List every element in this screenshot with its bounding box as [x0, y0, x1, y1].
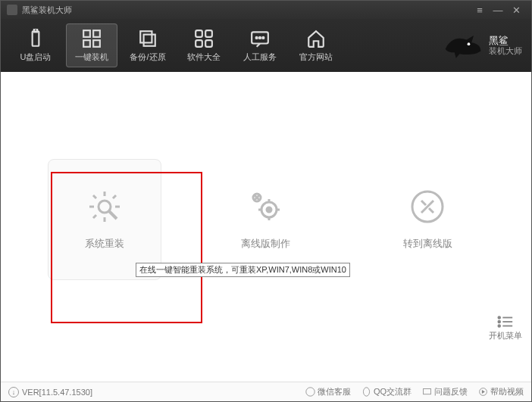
start-menu-label: 开机菜单	[489, 330, 522, 341]
tab-usb-boot[interactable]: U盘启动	[10, 23, 61, 67]
footer-label: 问题反馈	[434, 386, 468, 397]
gear-wrench-icon	[86, 189, 123, 225]
brand-line2: 装机大师	[489, 46, 522, 56]
svg-rect-8	[196, 30, 202, 37]
home-icon	[306, 29, 326, 48]
app-icon	[7, 5, 17, 15]
tab-website[interactable]: 官方网站	[290, 23, 342, 67]
chat-icon	[250, 29, 270, 48]
tab-label: U盘启动	[20, 51, 52, 63]
gear-offline-icon	[248, 189, 284, 225]
tab-support[interactable]: 人工服务	[234, 23, 286, 67]
footer-qq[interactable]: QQ交流群	[361, 386, 412, 397]
svg-rect-9	[205, 30, 212, 37]
titlebar: 黑鲨装机大师 ≡ — ✕	[1, 1, 531, 19]
footer-wechat[interactable]: 微信客服	[305, 386, 351, 397]
card-label: 离线版制作	[241, 237, 290, 251]
tab-backup-restore[interactable]: 备份/还原	[122, 23, 174, 67]
card-label: 系统重装	[85, 237, 124, 251]
list-icon	[497, 315, 514, 329]
close-button[interactable]: ✕	[507, 5, 525, 16]
svg-rect-3	[93, 30, 100, 37]
start-menu-button[interactable]: 开机菜单	[489, 315, 522, 341]
footer: ↓ VER[11.5.47.1530] 微信客服 QQ交流群 问题反馈 帮助视频	[1, 382, 531, 401]
svg-point-17	[99, 201, 111, 213]
video-icon	[478, 387, 488, 397]
footer-help-video[interactable]: 帮助视频	[478, 386, 524, 397]
svg-rect-11	[205, 40, 212, 47]
footer-label: 微信客服	[318, 386, 351, 397]
footer-feedback[interactable]: 问题反馈	[422, 386, 468, 397]
svg-rect-7	[144, 34, 155, 45]
wechat-icon	[305, 387, 315, 397]
tab-software[interactable]: 软件大全	[178, 23, 230, 67]
svg-point-26	[498, 325, 500, 327]
svg-point-13	[256, 36, 258, 38]
menu-button[interactable]: ≡	[471, 5, 489, 16]
svg-point-29	[363, 388, 369, 396]
tab-label: 备份/还原	[130, 51, 165, 63]
svg-rect-1	[34, 29, 37, 32]
svg-point-16	[468, 42, 471, 45]
svg-rect-30	[424, 388, 431, 394]
tab-label: 一键装机	[75, 51, 108, 63]
svg-rect-6	[140, 31, 152, 42]
svg-point-22	[498, 316, 500, 319]
brand-line1: 黑鲨	[489, 35, 522, 47]
tools-circle-icon	[409, 189, 446, 225]
toolbar: U盘启动 一键装机 备份/还原 软件大全 人工服务 官方网站 黑鲨 装机大师	[1, 19, 531, 72]
svg-point-24	[498, 321, 500, 323]
shark-logo-icon	[442, 30, 484, 61]
brand: 黑鲨 装机大师	[442, 30, 522, 61]
version-text: VER[11.5.47.1530]	[22, 388, 92, 397]
svg-rect-10	[196, 40, 202, 47]
main-area: 系统重装 离线版制作 转到离线版 在线一键智能重装系统，可重装XP,WIN7,W…	[1, 72, 531, 367]
card-offline-make[interactable]: 离线版制作	[209, 159, 323, 280]
svg-point-15	[262, 36, 264, 38]
svg-point-28	[306, 388, 315, 396]
tab-one-click-install[interactable]: 一键装机	[66, 23, 117, 67]
footer-label: QQ交流群	[374, 386, 412, 397]
minimize-button[interactable]: —	[489, 5, 507, 16]
svg-rect-5	[93, 40, 100, 47]
card-switch-offline[interactable]: 转到离线版	[371, 159, 484, 280]
usb-icon	[26, 29, 45, 48]
version-icon[interactable]: ↓	[8, 387, 19, 397]
svg-rect-4	[83, 40, 90, 47]
svg-rect-0	[33, 31, 39, 46]
app-title: 黑鲨装机大师	[22, 5, 72, 16]
svg-point-14	[259, 36, 261, 38]
tooltip: 在线一键智能重装系统，可重装XP,WIN7,WIN8或WIN10	[136, 263, 350, 277]
tab-label: 官方网站	[299, 51, 333, 63]
card-system-reinstall[interactable]: 系统重装	[48, 159, 161, 280]
apps-icon	[194, 29, 214, 48]
backup-icon	[138, 29, 158, 48]
tab-label: 人工服务	[243, 51, 277, 63]
footer-label: 帮助视频	[490, 386, 524, 397]
card-label: 转到离线版	[403, 237, 452, 251]
svg-rect-2	[83, 30, 90, 37]
svg-point-19	[267, 207, 271, 212]
windows-icon	[82, 29, 102, 48]
feedback-icon	[422, 387, 432, 397]
qq-icon	[361, 387, 371, 397]
tab-label: 软件大全	[187, 51, 221, 63]
